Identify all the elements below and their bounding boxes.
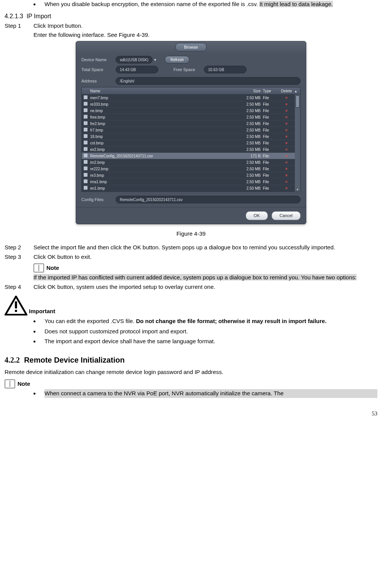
file-table: Name Size Type Delete ▴ men7.bmp2.50 MBF…: [81, 87, 301, 192]
delete-icon[interactable]: ×: [278, 133, 295, 140]
page-number: 53: [5, 409, 377, 418]
table-row[interactable]: re333.bmp2.50 MBFile×: [82, 101, 295, 108]
table-row[interactable]: ex2.bmp2.50 MBFile×: [82, 146, 295, 153]
scroll-down-icon[interactable]: ▾: [297, 188, 298, 192]
file-size: 2.50 MB: [236, 160, 263, 165]
table-row[interactable]: fr7.bmp2.50 MBFile×: [82, 127, 295, 133]
file-icon: [82, 153, 89, 159]
table-row[interactable]: en1.bmp2.50 MBFile×: [82, 185, 295, 192]
scrollbar-thumb[interactable]: [296, 95, 299, 108]
file-type: File: [263, 147, 278, 152]
file-name: men7.bmp: [89, 95, 236, 101]
delete-icon[interactable]: ×: [278, 179, 295, 185]
file-icon: [82, 127, 89, 133]
file-icon: [82, 140, 89, 146]
file-size: 2.50 MB: [236, 134, 263, 139]
step-3: Step 3 Click OK button to exit.: [5, 253, 377, 262]
step-4: Step 4 Click OK button, system uses the …: [5, 283, 377, 292]
table-row[interactable]: fre2.bmp2.50 MBFile×: [82, 120, 295, 127]
col-delete[interactable]: Delete: [278, 88, 295, 94]
file-name: re222.bmp: [89, 166, 236, 172]
step-2: Step 2 Select the import file and then c…: [5, 243, 377, 252]
file-size: 2.50 MB: [236, 185, 263, 191]
file-name: RemoteConfig_20150202143711.csv: [89, 153, 236, 159]
file-name: ex2.bmp: [89, 147, 236, 152]
address-label: Address: [81, 78, 116, 84]
col-size[interactable]: Size: [236, 88, 263, 94]
dialog-footer: OK Cancel: [76, 207, 306, 224]
delete-icon[interactable]: ×: [278, 95, 295, 101]
sec-422-intro: Remote device initialization can change …: [5, 368, 377, 377]
col-name[interactable]: Name: [89, 88, 236, 94]
chevron-down-icon[interactable]: ▾: [153, 57, 157, 63]
file-type: File: [263, 140, 278, 146]
table-row[interactable]: 18.bmp2.50 MBFile×: [82, 133, 295, 140]
step-4-label: Step 4: [5, 283, 30, 292]
bullet-dot-icon: ●: [33, 0, 45, 9]
col-scroll-up[interactable]: ▴: [295, 88, 300, 94]
table-row[interactable]: RemoteConfig_20150202143711.csv171 BFile…: [82, 153, 295, 159]
config-files-field[interactable]: RemoteConfig_20150202143711.csv: [116, 196, 301, 203]
bullet-dot-icon: ●: [33, 337, 45, 346]
delete-icon[interactable]: ×: [278, 146, 295, 153]
table-row[interactable]: re3.bmp2.50 MBFile×: [82, 172, 295, 179]
table-row[interactable]: ne.bmp2.50 MBFile×: [82, 108, 295, 114]
delete-icon[interactable]: ×: [278, 101, 295, 108]
file-icon: [82, 95, 89, 101]
file-icon: [82, 101, 89, 107]
table-row[interactable]: ima1.bmp2.50 MBFile×: [82, 179, 295, 185]
scrollbar[interactable]: ▾: [295, 95, 300, 192]
important-bullet-3: ● The import and export device shall hav…: [33, 337, 377, 346]
heading-422-title: Remote Device Initialization: [24, 356, 125, 364]
figure-caption: Figure 4-39: [5, 230, 377, 238]
bullet-dot-icon: ●: [33, 327, 45, 336]
browse-tab[interactable]: Browse: [175, 43, 207, 52]
delete-icon[interactable]: ×: [278, 153, 295, 159]
table-row[interactable]: men7.bmp2.50 MBFile×: [82, 95, 295, 101]
ok-button[interactable]: OK: [246, 211, 268, 220]
delete-icon[interactable]: ×: [278, 166, 295, 172]
device-name-select[interactable]: sdb1(USB DISK): [116, 56, 153, 63]
table-row[interactable]: col.bmp2.50 MBFile×: [82, 140, 295, 146]
step-1: Step 1 Click Import button.: [5, 22, 377, 30]
table-row[interactable]: free.bmp2.50 MBFile×: [82, 114, 295, 120]
file-size: 2.50 MB: [236, 140, 263, 146]
file-type: File: [263, 101, 278, 107]
file-type: File: [263, 166, 278, 172]
bullet-dot-icon: ●: [33, 317, 45, 326]
delete-icon[interactable]: ×: [278, 120, 295, 127]
free-space-label: Free Space: [173, 67, 204, 73]
file-type: File: [263, 173, 278, 178]
file-size: 171 B: [236, 153, 263, 159]
file-size: 2.50 MB: [236, 101, 263, 107]
table-row[interactable]: im2.bmp2.50 MBFile×: [82, 159, 295, 166]
delete-icon[interactable]: ×: [278, 185, 295, 192]
delete-icon[interactable]: ×: [278, 127, 295, 133]
step-4-body: Click OK button, system uses the importe…: [33, 283, 377, 292]
config-files-label: Config Files: [81, 197, 116, 203]
heading-number: 4.2.1.3: [5, 12, 23, 21]
step-2-body: Select the import file and then click th…: [33, 243, 377, 252]
file-icon: [82, 114, 89, 120]
device-name-row: Device Name sdb1(USB DISK) ▾ Refresh: [81, 56, 301, 63]
delete-icon[interactable]: ×: [278, 140, 295, 146]
delete-icon[interactable]: ×: [278, 172, 295, 179]
file-name: en1.bmp: [89, 185, 236, 191]
note-1-text: If the imported IP has conflicted with c…: [33, 274, 356, 281]
file-icon: [82, 121, 89, 127]
address-field[interactable]: /English/: [116, 77, 301, 85]
bullet-highlight: It might lead to data leakage.: [259, 1, 333, 7]
file-name: fr7.bmp: [89, 127, 236, 133]
step-2-label: Step 2: [5, 243, 30, 252]
cancel-button[interactable]: Cancel: [272, 211, 301, 220]
delete-icon[interactable]: ×: [278, 159, 295, 166]
book-icon: [33, 263, 44, 273]
total-space-value: 14.43 GB: [116, 66, 158, 73]
file-name: col.bmp: [89, 140, 236, 146]
imp-b1-b: Do not change the file format; otherwise…: [136, 318, 326, 324]
delete-icon[interactable]: ×: [278, 108, 295, 114]
col-type[interactable]: Type: [263, 88, 278, 94]
table-row[interactable]: re222.bmp2.50 MBFile×: [82, 166, 295, 172]
refresh-button[interactable]: Refresh: [165, 56, 189, 63]
delete-icon[interactable]: ×: [278, 114, 295, 120]
